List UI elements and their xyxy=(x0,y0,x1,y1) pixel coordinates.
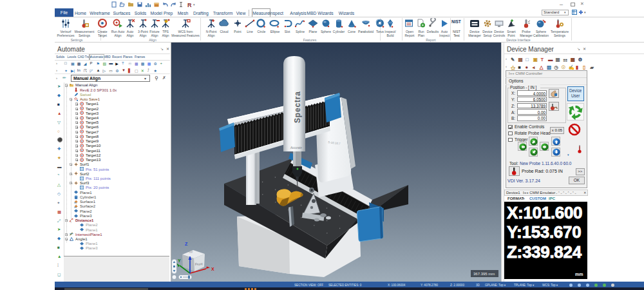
svg-text:Spectra: Spectra xyxy=(293,91,302,123)
svg-text:367.395 mm: 367.395 mm xyxy=(473,272,495,276)
svg-text:R: R xyxy=(187,2,192,8)
svg-text:Front: Front xyxy=(195,262,204,266)
svg-text:Y: Y xyxy=(178,258,181,263)
svg-text:Accurate: Accurate xyxy=(290,146,302,150)
svg-text:X: X xyxy=(211,267,214,271)
svg-text:Z: Z xyxy=(185,242,188,246)
